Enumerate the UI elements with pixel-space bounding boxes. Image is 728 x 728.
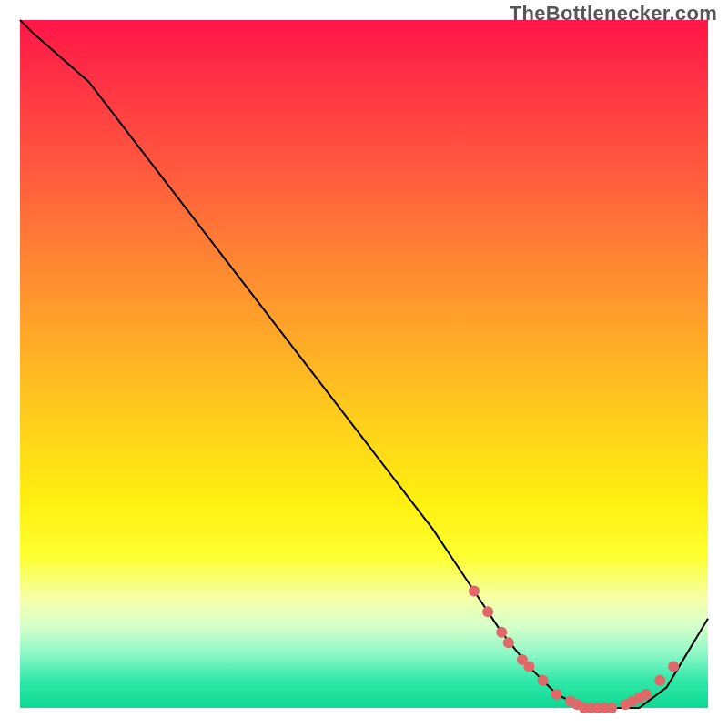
bottleneck-chart: TheBottlenecker.com [0,0,728,728]
watermark-text: TheBottlenecker.com [510,2,717,25]
chart-gradient-background [20,20,708,708]
